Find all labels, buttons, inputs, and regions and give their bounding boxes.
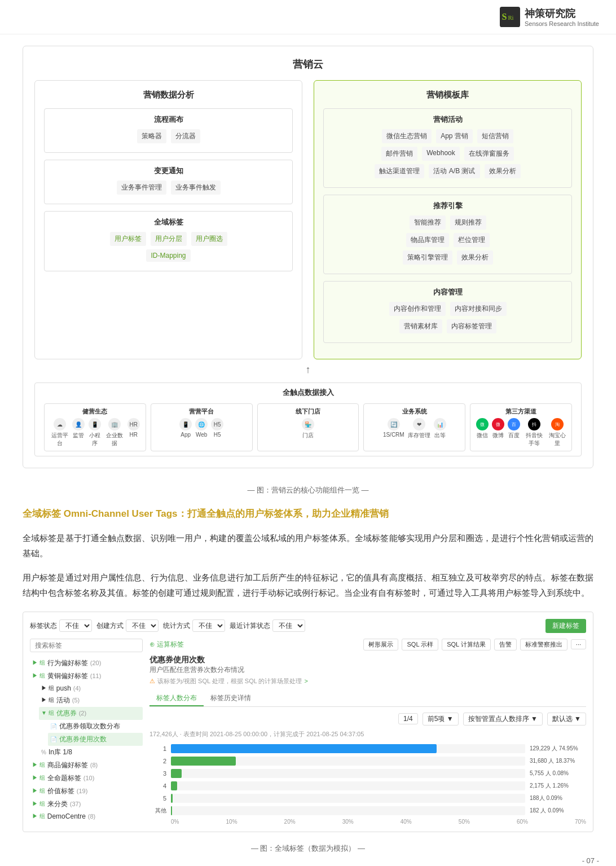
bar-container-2 [171, 757, 525, 766]
tree-item-unclassified[interactable]: ▶ 组 来分类 (37) [30, 798, 143, 811]
bar-value-4: 2,175 人 1.26% [530, 782, 586, 790]
tp-icon1: 微 [476, 418, 489, 430]
tree-sub2: 📄 优惠券领取次数分布 📄 优惠券使用次数 [39, 720, 143, 746]
tags-diagram: 标签状态 不佳 创建方式 不佳 统计方式 不佳 最近计算状态 [23, 612, 593, 832]
tag-type-badge: ⊕ 运算标签 [149, 640, 184, 648]
bar-row-1: 1 129,229 人 74.95% [149, 744, 586, 753]
ops-item1: 📱 App [179, 418, 192, 438]
full-touch-section: 全触点数据接入 健营生态 ☁ 运营平台 👤 监管 � [34, 383, 582, 456]
eco-icon5: HR [127, 418, 140, 430]
bar-fill-3 [171, 769, 182, 778]
cm-row2: 营销素材库 内容标签管理 [329, 319, 566, 333]
bar-fill-2 [171, 757, 236, 766]
ecosystem-group-title: 健营生态 [50, 407, 140, 416]
tp-item5: 淘 淘宝心里 [548, 418, 566, 447]
third-party-group: 第三方渠道 微 微信 微 微博 百 百度 [470, 403, 572, 451]
filter-calc-status-select[interactable]: 不佳 [272, 619, 305, 632]
bar-value-5: 188人 0.09% [530, 794, 586, 802]
page-btn[interactable]: 1/4 [398, 713, 418, 724]
eco-icon4: 🏢 [108, 418, 121, 430]
tree-item-all-tags[interactable]: ▶ 组 全命题标签 (10) [30, 772, 143, 785]
slot-mgmt: 栏位管理 [454, 233, 490, 247]
filter-calc-status-label: 最近计算状态 [230, 621, 270, 631]
ops-items: 📱 App 🌐 Web H5 H5 [157, 418, 247, 438]
tree-item-goods-label: 商品偏好标签 [47, 761, 88, 770]
filter-tag-status-select[interactable]: 不佳 [59, 619, 92, 632]
more-btn[interactable]: ··· [571, 639, 586, 649]
filter-calc-method: 统计方式 不佳 [163, 619, 225, 632]
notice-icon: ⚠ [149, 678, 155, 685]
popup-service: 在线弹窗服务 [464, 147, 514, 161]
bar-row-4: 4 2,175 人 1.26% [149, 781, 586, 790]
mc-columns: 营销数据分析 流程画布 策略器 分流器 变更通知 业务事件管理 业务事件触发 [34, 80, 582, 359]
ops-item2: 🌐 Web [195, 418, 208, 438]
alert-btn[interactable]: 告警 [494, 639, 517, 650]
search-input[interactable] [30, 639, 143, 652]
global-tags-items-row1: 用户标签 用户分层 用户圈选 [50, 232, 287, 246]
tree-item-brass-tags[interactable]: ▶ 组 黄铜偏好标签 (11) [30, 670, 143, 683]
bar-container-1 [171, 744, 525, 753]
tp-item4: 抖 抖音快手等 [523, 418, 545, 447]
tree-item-coupon-count: (2) [79, 710, 86, 716]
bar-fill-4 [171, 781, 177, 790]
tree-item-brass-icon: ▶ 组 [32, 672, 45, 680]
rec-row1: 智能推荐 规则推荐 [329, 216, 566, 230]
filter-create-method-select[interactable]: 不佳 [126, 619, 159, 632]
tree-item-value-tags[interactable]: ▶ 组 价值标签 (19) [30, 785, 143, 798]
tree-item-democentre-icon: ▶ 组 [32, 812, 45, 820]
tree-item-behavior-tags-icon: ▶ 组 [32, 659, 45, 667]
top5-btn[interactable]: 前5项 ▼ [423, 713, 459, 726]
tree-view-btn[interactable]: 树形展示 [363, 639, 398, 650]
flow-canvas-items: 策略器 分流器 [50, 129, 287, 143]
eco-item3: 📱 小程序 [88, 418, 102, 447]
svg-text:Ri: Ri [508, 14, 513, 21]
tree-item-activity-label: 活动 [56, 696, 70, 705]
caption1: — 图：营销云的核心功能组件一览 — [23, 485, 593, 495]
split-item: 分流器 [171, 129, 200, 143]
std-btn[interactable]: 标准警察推出 [520, 639, 567, 650]
tree-item-activity[interactable]: ▶ 组 活动 (5) [39, 694, 143, 707]
tree-item-coupon-receive[interactable]: 📄 优惠券领取次数分布 [48, 720, 143, 733]
tree-item-coupon[interactable]: ▼ 组 优惠券 (2) [39, 707, 143, 720]
tree-item-behavior-tags[interactable]: ▶ 组 行为偏好标签 (20) [30, 657, 143, 670]
tree-item-value-icon: ▶ 组 [32, 787, 45, 795]
tree-item-democentre[interactable]: ▶ 组 DemoCentre (8) [30, 811, 143, 822]
filter-calc-method-select[interactable]: 不佳 [192, 619, 225, 632]
bar-row-other: 其他 182 人 0.09% [149, 806, 586, 815]
tab-distribution[interactable]: 标签人数分布 [149, 691, 204, 706]
tree-item-inku[interactable]: % In库 1/8 [39, 746, 143, 759]
tab-history[interactable]: 标签历史详情 [204, 691, 258, 706]
content-sync: 内容对接和同步 [450, 302, 507, 316]
body-text2: 用户标签是通过对用户属性信息、行为信息、业务信息进行加工后所产生的特征标记，它的… [23, 570, 593, 600]
tree-item-goods-count: (8) [90, 762, 98, 768]
email-marketing: 邮件营销 [381, 147, 417, 161]
global-tags-title: 全域标签 [50, 217, 287, 227]
sql-result-btn[interactable]: SQL 计算结果 [442, 639, 491, 650]
tree-item-all-count: (10) [83, 775, 95, 781]
marketing-activities-title: 营销活动 [329, 115, 566, 125]
tree-item-push[interactable]: ▶ 组 push (4) [39, 683, 143, 694]
tp-item1: 微 微信 [476, 418, 489, 447]
ops-icon1: 📱 [179, 418, 192, 430]
biz-icon2: ❤ [413, 418, 425, 430]
bar-label-2: 2 [149, 758, 166, 764]
new-tag-button[interactable]: 新建标签 [545, 619, 586, 633]
full-touch-title: 全触点数据接入 [44, 388, 572, 398]
channel-mgmt: 触达渠道管理 [375, 164, 424, 178]
mc-left-col: 营销数据分析 流程画布 策略器 分流器 变更通知 业务事件管理 业务事件触发 [34, 80, 302, 359]
tree-item-goods-tags[interactable]: ▶ 组 商品偏好标签 (8) [30, 759, 143, 772]
third-party-items: 微 微信 微 微博 百 百度 抖 抖音快手等 [476, 418, 566, 447]
sql-sample-btn[interactable]: SQL 示样 [402, 639, 438, 650]
user-selection: 用户圈选 [191, 232, 227, 246]
tree-item-unclassified-count: (37) [70, 801, 81, 807]
sort-btn[interactable]: 按智管置点人数排序 ▼ [463, 713, 543, 726]
sms-marketing: 短信营销 [477, 129, 513, 143]
default-btn[interactable]: 默认选 ▼ [547, 713, 586, 726]
stats-text: 172,426人 · 表查时间 2021-08-25 00:00:00，计算完成… [149, 730, 586, 738]
tree-item-coupon-use[interactable]: 📄 优惠券使用次数 [48, 733, 143, 746]
tree-item-behavior-tags-count: (20) [90, 660, 102, 666]
eco-item4: 🏢 企业数据 [105, 418, 124, 447]
ops-platform-group: 营营平台 📱 App 🌐 Web H5 H5 [151, 403, 253, 451]
x-tick-10: 10% [226, 819, 237, 825]
notice-link[interactable]: > [305, 678, 308, 684]
